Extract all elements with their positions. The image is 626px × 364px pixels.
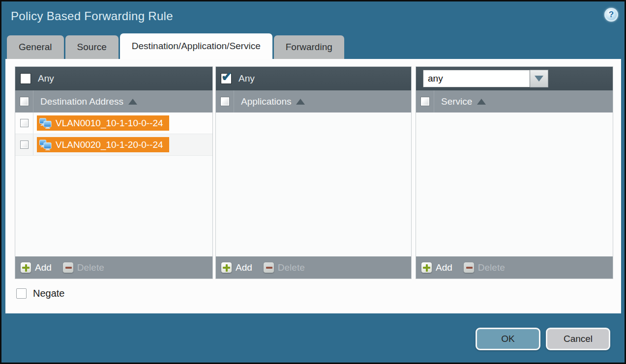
destination-select-all-cell — [15, 90, 33, 112]
address-object-chip[interactable]: VLAN0020_10-1-20-0--24 — [37, 137, 169, 152]
service-header-label: Service — [441, 96, 472, 107]
address-object-chip[interactable]: VLAN0010_10-1-10-0--24 — [37, 115, 169, 131]
applications-header-label: Applications — [241, 96, 291, 107]
applications-list — [216, 112, 411, 256]
row-checkbox[interactable] — [20, 140, 29, 149]
destination-any-label: Any — [38, 73, 54, 84]
destination-any-checkbox[interactable] — [20, 73, 31, 84]
checkmark-icon: ✔ — [221, 70, 232, 83]
row-checkbox-cell — [15, 112, 33, 134]
applications-panel: ✔ Any Applications Add Delete — [215, 66, 412, 279]
destination-delete-button[interactable]: Delete — [62, 262, 104, 273]
service-panel: any Service Add Delete — [416, 66, 613, 279]
sort-ascending-icon — [477, 99, 486, 105]
service-column-header[interactable]: Service — [416, 90, 613, 112]
help-icon[interactable]: ? — [604, 8, 618, 22]
destination-header-label: Destination Address — [40, 96, 123, 107]
ok-button[interactable]: OK — [476, 328, 540, 350]
applications-any-bar: ✔ Any — [216, 67, 411, 90]
tab-bar: General Source Destination/Application/S… — [7, 33, 344, 59]
destination-select-all-checkbox[interactable] — [20, 97, 29, 106]
negate-label: Negate — [33, 288, 65, 299]
applications-select-all-cell — [216, 90, 234, 112]
negate-checkbox[interactable] — [16, 288, 27, 299]
plus-icon — [221, 262, 232, 273]
service-toolbar: Add Delete — [416, 256, 613, 279]
cancel-button[interactable]: Cancel — [546, 328, 610, 350]
minus-icon — [263, 262, 274, 273]
applications-any-label: Any — [238, 73, 255, 84]
applications-any-checkbox[interactable]: ✔ — [221, 73, 232, 84]
chevron-down-icon — [535, 76, 543, 82]
negate-option: Negate — [16, 288, 65, 299]
service-dropdown-bar: any — [416, 67, 613, 90]
row-checkbox[interactable] — [20, 119, 29, 127]
destination-address-column-header[interactable]: Destination Address — [15, 90, 212, 112]
sort-ascending-icon — [296, 99, 305, 105]
question-mark-glyph: ? — [606, 9, 617, 20]
tab-source[interactable]: Source — [65, 35, 119, 59]
service-delete-button[interactable]: Delete — [463, 262, 505, 273]
service-select-all-checkbox[interactable] — [420, 97, 430, 106]
destination-row[interactable]: VLAN0020_10-1-20-0--24 — [15, 134, 212, 156]
service-any-dropdown[interactable]: any — [423, 70, 548, 87]
applications-select-all-checkbox[interactable] — [220, 97, 230, 106]
row-checkbox-cell — [15, 134, 33, 155]
destination-row[interactable]: VLAN0010_10-1-10-0--24 — [15, 112, 212, 134]
destination-address-panel: Any Destination Address V — [15, 66, 213, 279]
plus-icon — [421, 262, 432, 273]
destination-toolbar: Add Delete — [15, 256, 212, 279]
service-list — [416, 112, 613, 256]
tab-general[interactable]: General — [7, 35, 64, 59]
applications-column-header[interactable]: Applications — [216, 90, 411, 112]
address-object-name: VLAN0020_10-1-20-0--24 — [56, 140, 163, 150]
network-address-icon — [39, 140, 52, 150]
destination-add-button[interactable]: Add — [20, 262, 52, 273]
service-add-button[interactable]: Add — [421, 262, 452, 273]
plus-icon — [20, 262, 31, 273]
applications-add-button[interactable]: Add — [221, 262, 252, 273]
tab-destination-application-service[interactable]: Destination/Application/Service — [120, 33, 272, 59]
service-select-all-cell — [416, 90, 434, 112]
address-object-name: VLAN0010_10-1-10-0--24 — [56, 118, 163, 129]
dialog-title: Policy Based Forwarding Rule — [11, 9, 173, 23]
network-address-icon — [39, 118, 52, 129]
applications-delete-button[interactable]: Delete — [263, 262, 305, 273]
tab-forwarding[interactable]: Forwarding — [274, 35, 344, 59]
service-dropdown-value[interactable]: any — [423, 70, 530, 87]
minus-icon — [62, 262, 74, 273]
destination-address-list: VLAN0010_10-1-10-0--24 VLAN0020_10-1-20-… — [15, 112, 212, 256]
dropdown-button[interactable] — [530, 70, 548, 87]
minus-icon — [463, 262, 475, 273]
dialog-frame: Policy Based Forwarding Rule ? General S… — [0, 0, 626, 364]
applications-toolbar: Add Delete — [216, 256, 411, 279]
sort-ascending-icon — [128, 99, 137, 105]
destination-any-bar: Any — [15, 67, 212, 90]
